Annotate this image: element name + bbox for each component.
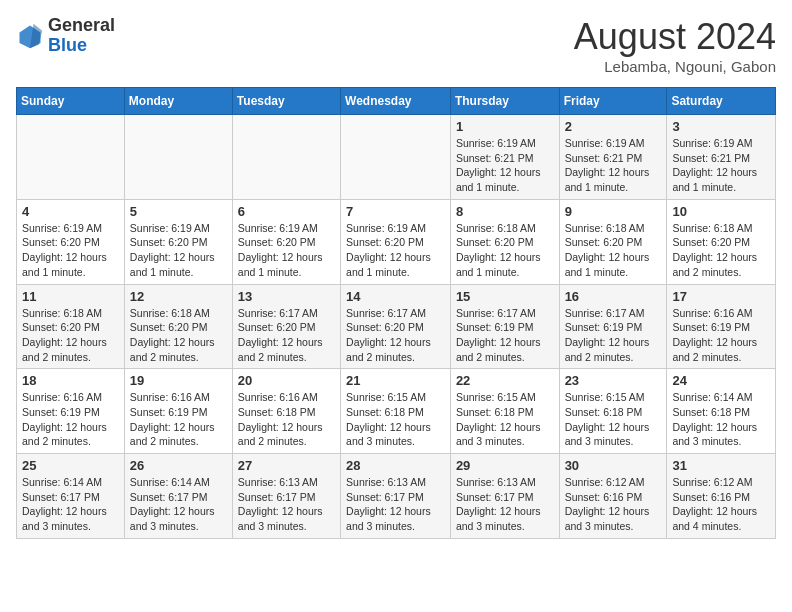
day-number: 10 bbox=[672, 204, 770, 219]
calendar-week-4: 18Sunrise: 6:16 AM Sunset: 6:19 PM Dayli… bbox=[17, 369, 776, 454]
day-info: Sunrise: 6:17 AM Sunset: 6:20 PM Dayligh… bbox=[238, 306, 335, 365]
day-info: Sunrise: 6:14 AM Sunset: 6:17 PM Dayligh… bbox=[22, 475, 119, 534]
day-info: Sunrise: 6:16 AM Sunset: 6:19 PM Dayligh… bbox=[22, 390, 119, 449]
day-info: Sunrise: 6:19 AM Sunset: 6:20 PM Dayligh… bbox=[346, 221, 445, 280]
calendar-cell: 19Sunrise: 6:16 AM Sunset: 6:19 PM Dayli… bbox=[124, 369, 232, 454]
day-info: Sunrise: 6:17 AM Sunset: 6:20 PM Dayligh… bbox=[346, 306, 445, 365]
day-info: Sunrise: 6:16 AM Sunset: 6:19 PM Dayligh… bbox=[130, 390, 227, 449]
day-number: 14 bbox=[346, 289, 445, 304]
day-number: 30 bbox=[565, 458, 662, 473]
day-number: 11 bbox=[22, 289, 119, 304]
month-year-title: August 2024 bbox=[574, 16, 776, 58]
day-info: Sunrise: 6:18 AM Sunset: 6:20 PM Dayligh… bbox=[456, 221, 554, 280]
header-day-tuesday: Tuesday bbox=[232, 88, 340, 115]
calendar-cell: 1Sunrise: 6:19 AM Sunset: 6:21 PM Daylig… bbox=[450, 115, 559, 200]
page-header: General Blue August 2024 Lebamba, Ngouni… bbox=[16, 16, 776, 75]
day-info: Sunrise: 6:13 AM Sunset: 6:17 PM Dayligh… bbox=[238, 475, 335, 534]
calendar-cell: 11Sunrise: 6:18 AM Sunset: 6:20 PM Dayli… bbox=[17, 284, 125, 369]
calendar-cell bbox=[232, 115, 340, 200]
calendar-cell: 28Sunrise: 6:13 AM Sunset: 6:17 PM Dayli… bbox=[341, 454, 451, 539]
calendar-cell: 8Sunrise: 6:18 AM Sunset: 6:20 PM Daylig… bbox=[450, 199, 559, 284]
day-number: 3 bbox=[672, 119, 770, 134]
day-number: 17 bbox=[672, 289, 770, 304]
location-subtitle: Lebamba, Ngouni, Gabon bbox=[574, 58, 776, 75]
logo-general-text: General bbox=[48, 16, 115, 36]
calendar-cell: 26Sunrise: 6:14 AM Sunset: 6:17 PM Dayli… bbox=[124, 454, 232, 539]
day-info: Sunrise: 6:18 AM Sunset: 6:20 PM Dayligh… bbox=[565, 221, 662, 280]
day-info: Sunrise: 6:13 AM Sunset: 6:17 PM Dayligh… bbox=[456, 475, 554, 534]
day-number: 25 bbox=[22, 458, 119, 473]
header-day-saturday: Saturday bbox=[667, 88, 776, 115]
calendar-cell: 16Sunrise: 6:17 AM Sunset: 6:19 PM Dayli… bbox=[559, 284, 667, 369]
calendar-cell: 7Sunrise: 6:19 AM Sunset: 6:20 PM Daylig… bbox=[341, 199, 451, 284]
day-number: 21 bbox=[346, 373, 445, 388]
day-number: 31 bbox=[672, 458, 770, 473]
logo-blue-text: Blue bbox=[48, 36, 115, 56]
day-number: 29 bbox=[456, 458, 554, 473]
calendar-cell: 12Sunrise: 6:18 AM Sunset: 6:20 PM Dayli… bbox=[124, 284, 232, 369]
calendar-body: 1Sunrise: 6:19 AM Sunset: 6:21 PM Daylig… bbox=[17, 115, 776, 539]
day-info: Sunrise: 6:19 AM Sunset: 6:20 PM Dayligh… bbox=[22, 221, 119, 280]
day-info: Sunrise: 6:16 AM Sunset: 6:19 PM Dayligh… bbox=[672, 306, 770, 365]
day-number: 26 bbox=[130, 458, 227, 473]
day-number: 18 bbox=[22, 373, 119, 388]
calendar-cell: 18Sunrise: 6:16 AM Sunset: 6:19 PM Dayli… bbox=[17, 369, 125, 454]
header-day-wednesday: Wednesday bbox=[341, 88, 451, 115]
day-number: 9 bbox=[565, 204, 662, 219]
calendar-cell: 4Sunrise: 6:19 AM Sunset: 6:20 PM Daylig… bbox=[17, 199, 125, 284]
day-info: Sunrise: 6:15 AM Sunset: 6:18 PM Dayligh… bbox=[346, 390, 445, 449]
calendar-cell: 29Sunrise: 6:13 AM Sunset: 6:17 PM Dayli… bbox=[450, 454, 559, 539]
calendar-table: SundayMondayTuesdayWednesdayThursdayFrid… bbox=[16, 87, 776, 539]
day-info: Sunrise: 6:18 AM Sunset: 6:20 PM Dayligh… bbox=[22, 306, 119, 365]
day-info: Sunrise: 6:13 AM Sunset: 6:17 PM Dayligh… bbox=[346, 475, 445, 534]
calendar-cell: 25Sunrise: 6:14 AM Sunset: 6:17 PM Dayli… bbox=[17, 454, 125, 539]
day-number: 6 bbox=[238, 204, 335, 219]
calendar-week-1: 1Sunrise: 6:19 AM Sunset: 6:21 PM Daylig… bbox=[17, 115, 776, 200]
day-number: 27 bbox=[238, 458, 335, 473]
calendar-cell: 2Sunrise: 6:19 AM Sunset: 6:21 PM Daylig… bbox=[559, 115, 667, 200]
calendar-cell: 6Sunrise: 6:19 AM Sunset: 6:20 PM Daylig… bbox=[232, 199, 340, 284]
day-info: Sunrise: 6:18 AM Sunset: 6:20 PM Dayligh… bbox=[672, 221, 770, 280]
day-info: Sunrise: 6:17 AM Sunset: 6:19 PM Dayligh… bbox=[565, 306, 662, 365]
calendar-cell: 22Sunrise: 6:15 AM Sunset: 6:18 PM Dayli… bbox=[450, 369, 559, 454]
day-info: Sunrise: 6:17 AM Sunset: 6:19 PM Dayligh… bbox=[456, 306, 554, 365]
title-block: August 2024 Lebamba, Ngouni, Gabon bbox=[574, 16, 776, 75]
day-info: Sunrise: 6:18 AM Sunset: 6:20 PM Dayligh… bbox=[130, 306, 227, 365]
day-info: Sunrise: 6:15 AM Sunset: 6:18 PM Dayligh… bbox=[565, 390, 662, 449]
calendar-cell bbox=[124, 115, 232, 200]
day-info: Sunrise: 6:16 AM Sunset: 6:18 PM Dayligh… bbox=[238, 390, 335, 449]
calendar-cell: 21Sunrise: 6:15 AM Sunset: 6:18 PM Dayli… bbox=[341, 369, 451, 454]
day-number: 5 bbox=[130, 204, 227, 219]
calendar-cell: 31Sunrise: 6:12 AM Sunset: 6:16 PM Dayli… bbox=[667, 454, 776, 539]
day-info: Sunrise: 6:14 AM Sunset: 6:18 PM Dayligh… bbox=[672, 390, 770, 449]
calendar-cell: 13Sunrise: 6:17 AM Sunset: 6:20 PM Dayli… bbox=[232, 284, 340, 369]
day-number: 7 bbox=[346, 204, 445, 219]
day-number: 2 bbox=[565, 119, 662, 134]
day-number: 19 bbox=[130, 373, 227, 388]
calendar-cell: 3Sunrise: 6:19 AM Sunset: 6:21 PM Daylig… bbox=[667, 115, 776, 200]
day-info: Sunrise: 6:12 AM Sunset: 6:16 PM Dayligh… bbox=[565, 475, 662, 534]
calendar-cell: 24Sunrise: 6:14 AM Sunset: 6:18 PM Dayli… bbox=[667, 369, 776, 454]
day-info: Sunrise: 6:19 AM Sunset: 6:21 PM Dayligh… bbox=[456, 136, 554, 195]
day-info: Sunrise: 6:19 AM Sunset: 6:21 PM Dayligh… bbox=[565, 136, 662, 195]
day-info: Sunrise: 6:19 AM Sunset: 6:20 PM Dayligh… bbox=[238, 221, 335, 280]
calendar-cell: 14Sunrise: 6:17 AM Sunset: 6:20 PM Dayli… bbox=[341, 284, 451, 369]
day-info: Sunrise: 6:14 AM Sunset: 6:17 PM Dayligh… bbox=[130, 475, 227, 534]
calendar-cell: 27Sunrise: 6:13 AM Sunset: 6:17 PM Dayli… bbox=[232, 454, 340, 539]
day-number: 23 bbox=[565, 373, 662, 388]
day-info: Sunrise: 6:19 AM Sunset: 6:20 PM Dayligh… bbox=[130, 221, 227, 280]
calendar-cell: 15Sunrise: 6:17 AM Sunset: 6:19 PM Dayli… bbox=[450, 284, 559, 369]
calendar-cell: 10Sunrise: 6:18 AM Sunset: 6:20 PM Dayli… bbox=[667, 199, 776, 284]
day-number: 28 bbox=[346, 458, 445, 473]
day-number: 8 bbox=[456, 204, 554, 219]
day-number: 22 bbox=[456, 373, 554, 388]
calendar-week-5: 25Sunrise: 6:14 AM Sunset: 6:17 PM Dayli… bbox=[17, 454, 776, 539]
calendar-cell: 17Sunrise: 6:16 AM Sunset: 6:19 PM Dayli… bbox=[667, 284, 776, 369]
calendar-cell bbox=[17, 115, 125, 200]
calendar-cell bbox=[341, 115, 451, 200]
day-number: 12 bbox=[130, 289, 227, 304]
calendar-week-3: 11Sunrise: 6:18 AM Sunset: 6:20 PM Dayli… bbox=[17, 284, 776, 369]
header-day-friday: Friday bbox=[559, 88, 667, 115]
calendar-cell: 23Sunrise: 6:15 AM Sunset: 6:18 PM Dayli… bbox=[559, 369, 667, 454]
calendar-cell: 9Sunrise: 6:18 AM Sunset: 6:20 PM Daylig… bbox=[559, 199, 667, 284]
